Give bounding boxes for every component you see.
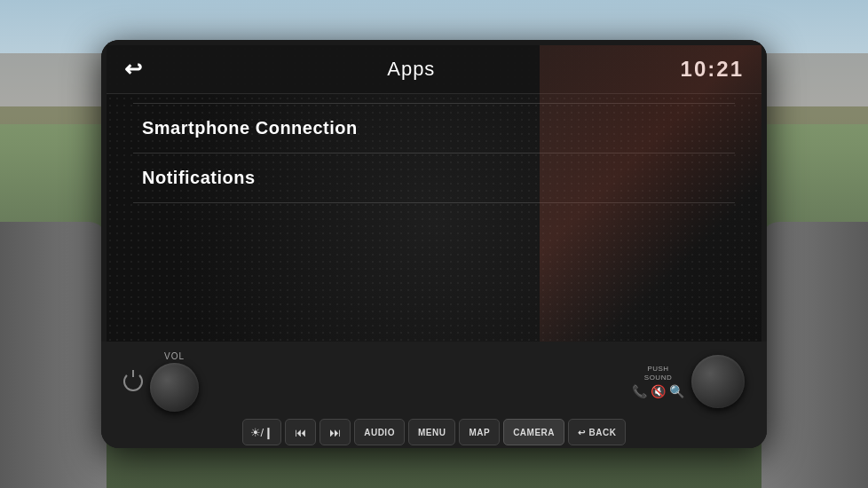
map-button[interactable]: MAP [459,419,500,445]
top-bar: ↩ Apps 10:21 [107,45,761,94]
screen-title: Apps [387,58,435,81]
back-arrow-btn-icon: ↩ [578,428,586,437]
dashboard-left [0,222,107,488]
infotainment-unit: ↩ Apps 10:21 Smartphone Connection Notif… [101,40,767,448]
menu-item-smartphone[interactable]: Smartphone Connection [133,103,735,153]
controls-bar: VOL PUSH SOUND 📞 🔇 🔍 [101,342,767,448]
push-sound-icons: 📞 🔇 🔍 [632,384,684,398]
right-knob[interactable] [691,355,745,408]
brightness-night-button[interactable]: ☀︎/❙ [242,419,282,445]
next-track-icon: ⏭ [329,426,341,439]
camera-button[interactable]: CAMERA [503,419,564,445]
menu-item-smartphone-label: Smartphone Connection [142,118,358,138]
left-knob-area: VOL [123,351,199,412]
dashboard-right [761,222,868,488]
map-button-label: MAP [469,428,490,437]
power-icon [123,372,143,391]
push-sound-area: PUSH SOUND 📞 🔇 🔍 [632,365,684,397]
controls-top-row: VOL PUSH SOUND 📞 🔇 🔍 [110,344,758,419]
controls-bottom-row: ☀︎/❙ ⏮ ⏭ AUDIO MENU MAP CAMERA ↩ BACK [110,419,758,445]
brightness-night-icon: ☀︎/❙ [250,426,274,439]
vol-label: VOL [164,351,185,361]
power-area [123,372,143,391]
menu-item-notifications-label: Notifications [142,168,256,187]
audio-button[interactable]: AUDIO [354,419,405,445]
search-icon-ctrl: 🔍 [669,384,684,398]
right-knob-area: PUSH SOUND 📞 🔇 🔍 [632,355,745,408]
menu-item-notifications[interactable]: Notifications [133,153,735,203]
prev-track-icon: ⏮ [295,426,306,439]
back-button[interactable]: ↩ BACK [568,419,626,445]
mute-icon: 🔇 [651,384,666,398]
next-track-button[interactable]: ⏭ [320,419,351,445]
screen-inner: ↩ Apps 10:21 Smartphone Connection Notif… [107,45,761,342]
audio-button-label: AUDIO [364,428,395,437]
volume-knob[interactable] [150,363,199,412]
menu-button-label: MENU [418,428,446,437]
back-arrow-icon[interactable]: ↩ [124,57,142,82]
prev-track-button[interactable]: ⏮ [285,419,316,445]
menu-button[interactable]: MENU [408,419,455,445]
phone-icon: 📞 [632,384,647,398]
push-sound-label: PUSH SOUND [644,365,672,382]
screen: ↩ Apps 10:21 Smartphone Connection Notif… [101,40,767,342]
menu-area: Smartphone Connection Notifications [107,94,761,212]
back-button-label: BACK [589,428,617,437]
camera-button-label: CAMERA [513,428,555,437]
clock-display: 10:21 [681,57,744,82]
